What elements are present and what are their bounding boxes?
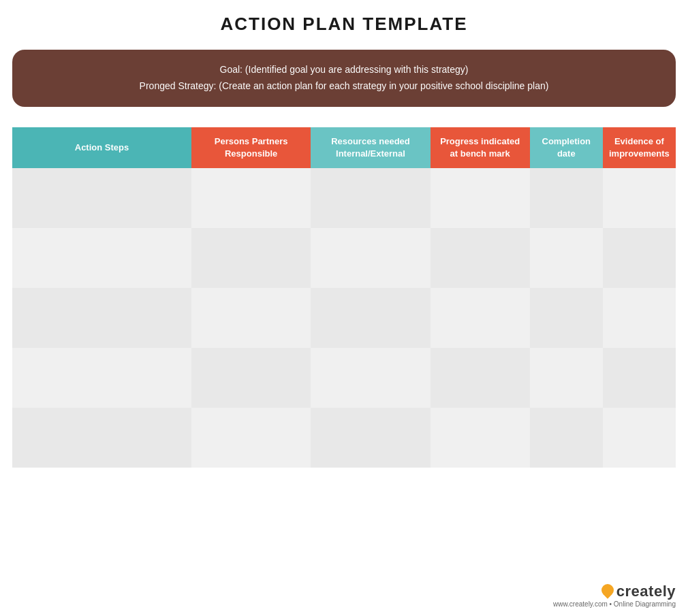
table-cell[interactable] <box>191 288 311 348</box>
table-cell[interactable] <box>431 408 530 468</box>
goal-line1: Goal: (Identified goal you are addressin… <box>33 62 655 78</box>
table-cell[interactable] <box>311 348 430 408</box>
table-cell[interactable] <box>603 228 676 288</box>
table-cell[interactable] <box>191 168 311 228</box>
table-cell[interactable] <box>191 408 311 468</box>
header-persons-partners: Persons Partners Responsible <box>191 127 311 168</box>
page-title: ACTION PLAN TEMPLATE <box>12 14 676 35</box>
header-completion-date: Completion date <box>530 127 603 168</box>
creately-tagline: www.creately.com • Online Diagramming <box>553 600 676 608</box>
table-row <box>12 228 676 288</box>
table-cell[interactable] <box>311 408 430 468</box>
table-cell[interactable] <box>603 408 676 468</box>
creately-dot-icon <box>599 581 616 598</box>
table-cell[interactable] <box>530 288 603 348</box>
header-progress-indicated: Progress indicated at bench mark <box>431 127 530 168</box>
table-cell[interactable] <box>431 348 530 408</box>
table-row <box>12 348 676 408</box>
table-cell[interactable] <box>12 168 191 228</box>
table-cell[interactable] <box>603 348 676 408</box>
table-cell[interactable] <box>311 168 430 228</box>
creately-brand: creately <box>601 583 676 600</box>
table-cell[interactable] <box>431 168 530 228</box>
table-cell[interactable] <box>12 288 191 348</box>
action-plan-table: Action Steps Persons Partners Responsibl… <box>12 127 676 468</box>
table-cell[interactable] <box>530 168 603 228</box>
table-cell[interactable] <box>603 288 676 348</box>
table-cell[interactable] <box>12 408 191 468</box>
creately-brand-text: creately <box>616 583 676 600</box>
creately-logo: creately www.creately.com • Online Diagr… <box>553 583 676 608</box>
table-cell[interactable] <box>530 228 603 288</box>
header-action-steps: Action Steps <box>12 127 191 168</box>
page-wrapper: ACTION PLAN TEMPLATE Goal: (Identified g… <box>0 0 688 616</box>
header-evidence-improvements: Evidence of improvements <box>603 127 676 168</box>
header-resources-needed: Resources needed Internal/External <box>311 127 430 168</box>
table-cell[interactable] <box>431 288 530 348</box>
table-wrapper: Action Steps Persons Partners Responsibl… <box>12 127 676 579</box>
table-cell[interactable] <box>530 348 603 408</box>
table-cell[interactable] <box>431 228 530 288</box>
footer-bar: creately www.creately.com • Online Diagr… <box>12 579 676 609</box>
table-row <box>12 288 676 348</box>
table-row <box>12 408 676 468</box>
table-cell[interactable] <box>311 228 430 288</box>
table-cell[interactable] <box>12 228 191 288</box>
table-cell[interactable] <box>311 288 430 348</box>
table-cell[interactable] <box>530 408 603 468</box>
table-row <box>12 168 676 228</box>
table-cell[interactable] <box>191 348 311 408</box>
goal-box: Goal: (Identified goal you are addressin… <box>12 50 676 107</box>
table-cell[interactable] <box>603 168 676 228</box>
table-cell[interactable] <box>191 228 311 288</box>
table-cell[interactable] <box>12 348 191 408</box>
goal-line2: Pronged Strategy: (Create an action plan… <box>33 78 655 95</box>
